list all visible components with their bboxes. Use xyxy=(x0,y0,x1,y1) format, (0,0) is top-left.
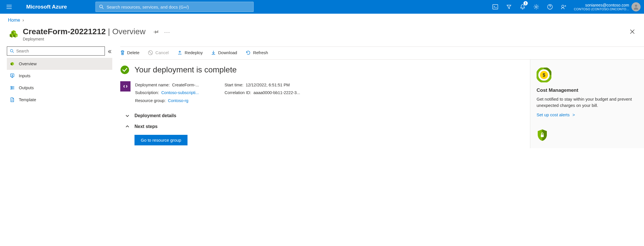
cloud-shell-button[interactable] xyxy=(488,0,502,14)
sidebar-search-input[interactable] xyxy=(16,49,102,53)
inputs-icon xyxy=(10,73,15,78)
deployment-icon xyxy=(8,29,19,40)
more-button[interactable]: ··· xyxy=(164,29,170,35)
refresh-icon xyxy=(246,50,251,55)
filter-icon xyxy=(506,4,511,9)
brand-label[interactable]: Microsoft Azure xyxy=(26,4,67,10)
help-button[interactable] xyxy=(543,0,557,14)
svg-line-8 xyxy=(13,52,14,53)
svg-point-12 xyxy=(11,88,12,89)
hamburger-icon xyxy=(7,5,12,9)
account-directory: CONTOSO (CONTOSO.ONCONTO... xyxy=(574,7,629,11)
download-button[interactable]: Download xyxy=(211,50,237,55)
sidebar-item-label: Inputs xyxy=(19,73,30,78)
svg-point-14 xyxy=(121,66,129,74)
cost-alerts-link[interactable]: Set up cost alerts > xyxy=(537,112,575,117)
status-title: Your deployment is complete xyxy=(134,65,237,74)
resource-group-link[interactable]: Contoso-rg xyxy=(168,98,188,103)
collapse-sidebar-button[interactable] xyxy=(108,48,112,54)
main-content: Delete Cancel Redeploy Download Refresh xyxy=(120,46,644,148)
sidebar-item-inputs[interactable]: Inputs xyxy=(7,70,112,82)
cloud-shell-icon xyxy=(492,4,498,9)
svg-point-6 xyxy=(635,5,637,7)
filter-button[interactable] xyxy=(502,0,516,14)
sidebar-search[interactable] xyxy=(7,46,105,56)
feedback-icon xyxy=(561,4,566,10)
subscription-link[interactable]: Contoso-subscripti... xyxy=(161,90,199,95)
right-panel: $ Cost Management Get notified to stay w… xyxy=(530,60,644,148)
search-icon xyxy=(10,49,14,53)
success-icon xyxy=(120,65,129,74)
cost-management-title: Cost Management xyxy=(537,88,638,93)
account-menu[interactable]: soniarees@contoso.com CONTOSO (CONTOSO.O… xyxy=(574,2,641,11)
page-title: CreateForm-20221212 | Overview xyxy=(23,27,146,36)
sidebar-item-label: Template xyxy=(19,97,36,102)
resource-type-icon xyxy=(120,81,131,92)
cube-icon xyxy=(10,61,15,66)
close-button[interactable] xyxy=(630,29,635,36)
outputs-icon xyxy=(10,85,15,90)
svg-rect-2 xyxy=(493,5,498,9)
sidebar-item-outputs[interactable]: Outputs xyxy=(7,82,112,94)
page-header: CreateForm-20221212 | Overview Deploymen… xyxy=(0,25,644,46)
trash-icon xyxy=(120,50,125,55)
svg-text:$: $ xyxy=(543,73,545,78)
chevron-down-icon xyxy=(125,114,129,118)
redeploy-button[interactable]: Redeploy xyxy=(177,50,203,55)
notifications-button[interactable]: 1 xyxy=(516,0,529,14)
account-email: soniarees@contoso.com xyxy=(574,3,629,7)
search-icon xyxy=(99,5,104,9)
download-icon xyxy=(211,50,216,55)
svg-line-1 xyxy=(102,8,103,9)
chevron-right-icon: › xyxy=(23,18,24,23)
menu-toggle[interactable] xyxy=(3,5,15,9)
chevron-double-left-icon xyxy=(108,49,112,54)
svg-point-5 xyxy=(562,5,564,7)
feedback-button[interactable] xyxy=(557,0,570,14)
deployment-details-toggle[interactable]: Deployment details xyxy=(125,113,530,118)
global-search-input[interactable] xyxy=(107,5,250,9)
details-column-1: Deployment name: CreateForm-... Subscrip… xyxy=(135,81,218,105)
toolbar: Delete Cancel Redeploy Download Refresh xyxy=(120,47,644,60)
cancel-icon xyxy=(148,50,153,55)
pin-button[interactable] xyxy=(154,29,159,35)
close-icon xyxy=(630,29,635,34)
avatar xyxy=(631,2,641,11)
breadcrumb: Home › xyxy=(0,14,644,25)
azure-topbar: Microsoft Azure 1 soniarees@contoso.com … xyxy=(0,0,644,14)
settings-button[interactable] xyxy=(529,0,543,14)
sidebar-item-template[interactable]: Template xyxy=(7,94,112,106)
page-subtitle: Deployment xyxy=(23,37,146,41)
pin-icon xyxy=(154,29,159,34)
cost-management-body: Get notified to stay within your budget … xyxy=(537,96,638,109)
svg-point-0 xyxy=(99,5,102,8)
details-column-2: Start time: 12/12/2022, 6:51:51 PM Corre… xyxy=(225,81,319,105)
notification-count: 1 xyxy=(523,1,528,5)
cost-management-icon: $ xyxy=(537,68,551,82)
sidebar-item-overview[interactable]: Overview xyxy=(7,58,112,70)
sidebar: Overview Inputs Outputs Template xyxy=(7,46,112,148)
sidebar-item-label: Overview xyxy=(19,61,37,66)
svg-point-3 xyxy=(535,6,537,8)
help-icon xyxy=(547,4,553,10)
redeploy-icon xyxy=(177,50,182,55)
gear-icon xyxy=(533,4,539,10)
cancel-button: Cancel xyxy=(148,50,169,55)
global-search[interactable] xyxy=(95,2,254,12)
next-steps-toggle[interactable]: Next steps xyxy=(125,124,530,129)
person-icon xyxy=(633,3,639,10)
chevron-up-icon xyxy=(125,125,129,129)
sidebar-item-label: Outputs xyxy=(19,85,34,90)
go-to-resource-group-button[interactable]: Go to resource group xyxy=(134,135,188,145)
security-icon xyxy=(537,129,548,140)
svg-point-10 xyxy=(11,86,12,87)
breadcrumb-home[interactable]: Home xyxy=(8,18,20,23)
delete-button[interactable]: Delete xyxy=(120,50,139,55)
template-icon xyxy=(10,97,15,102)
refresh-button[interactable]: Refresh xyxy=(246,50,268,55)
svg-point-7 xyxy=(10,49,13,52)
svg-rect-18 xyxy=(541,135,544,137)
svg-point-11 xyxy=(11,87,12,88)
